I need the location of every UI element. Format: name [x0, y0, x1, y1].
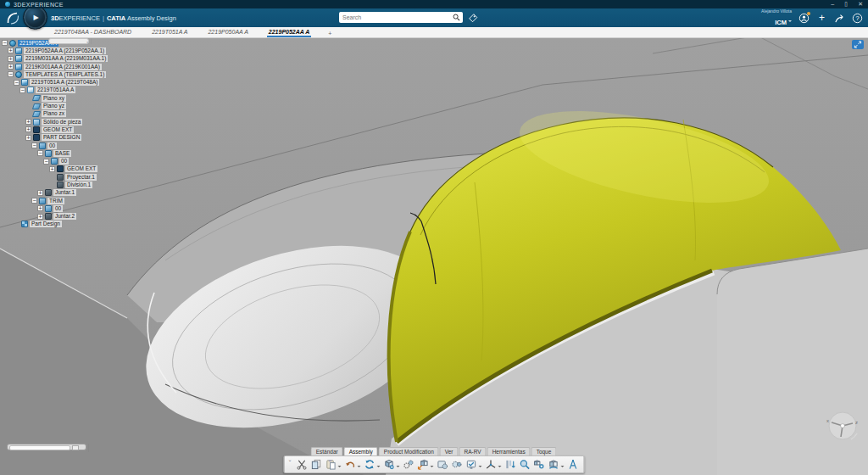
import-part-tool-button[interactable] [416, 457, 431, 472]
expand-icon[interactable]: + [25, 119, 31, 125]
search-icon[interactable] [453, 14, 460, 21]
tree-node-label[interactable]: Plano zx [42, 110, 66, 117]
insert-component-tool-button[interactable] [382, 457, 397, 472]
tree-node[interactable]: +00 [2, 204, 108, 212]
expand-icon[interactable]: + [25, 135, 31, 141]
collapse-icon[interactable]: − [31, 198, 37, 204]
actionbar-tab[interactable]: Product Modification [379, 447, 439, 455]
paste-tool-button[interactable] [324, 457, 338, 472]
tree-node[interactable]: −BASE [2, 149, 108, 157]
tree-node[interactable]: −2219T051A A (2219T048A) [2, 78, 108, 86]
hide-show-tool-button[interactable] [547, 457, 561, 472]
3d-compass-sphere[interactable]: ▶ [23, 5, 47, 30]
update-dropdown-caret[interactable] [377, 466, 381, 469]
tree-node[interactable]: +Juntar.2 [2, 213, 108, 221]
collapse-icon[interactable]: − [8, 71, 14, 77]
tree-node-label[interactable]: 00 [59, 158, 69, 165]
actionbar-tab[interactable]: Assembly [344, 447, 378, 455]
tree-node-label[interactable]: Plano xy [42, 95, 66, 102]
close-button[interactable]: ✕ [858, 0, 863, 8]
paste-dropdown-caret[interactable] [338, 466, 342, 469]
document-tab[interactable]: 2219P050AA A [206, 27, 249, 37]
dassault-compass-icon[interactable] [6, 11, 20, 25]
search-input[interactable] [339, 14, 453, 20]
measure-tool-button[interactable] [566, 457, 581, 472]
document-tab[interactable]: 2219T051A A [150, 27, 189, 37]
tree-node-label[interactable]: Sólido de pieza [42, 119, 82, 126]
tree-node-label[interactable]: 2219M031AA A (2219M031AA.1) [24, 55, 108, 62]
expand-view-button[interactable] [852, 40, 864, 49]
collapse-icon[interactable]: − [19, 87, 25, 93]
tree-node-label[interactable]: 2219T051A A (2219T048A) [30, 79, 99, 86]
columns-filter-tool-button[interactable] [504, 457, 518, 472]
expand-icon[interactable]: + [8, 56, 14, 62]
update-tool-button[interactable] [363, 457, 377, 472]
tree-node-label[interactable]: 2219T051AA A [36, 87, 75, 93]
tree-node[interactable]: +2219K001AA A (2219K001AA) [2, 63, 108, 70]
tree-node[interactable]: Proyectar.1 [2, 173, 108, 181]
collapse-icon[interactable]: − [43, 159, 49, 165]
tree-node[interactable]: +GEOM EXT [2, 165, 108, 173]
expand-icon[interactable]: + [37, 205, 43, 211]
help-button[interactable]: ? [852, 13, 863, 24]
tree-node-label[interactable]: 00 [53, 205, 63, 212]
insert-component-dropdown-caret[interactable] [397, 466, 400, 469]
tree-node-label[interactable]: Juntar.2 [53, 213, 76, 220]
expand-icon[interactable]: + [37, 214, 43, 220]
design-review-tool-button[interactable] [465, 457, 479, 472]
view-modes-tool-button[interactable] [532, 457, 547, 472]
3d-viewport[interactable]: x z −2219P052AA A+2219P052AA A (2219P052… [0, 38, 868, 475]
document-tab[interactable]: 2219P052AA A [267, 27, 312, 37]
tree-node[interactable]: −00 [2, 142, 108, 149]
tree-node[interactable]: −2219T051AA A [2, 87, 108, 94]
tree-node[interactable]: +PART DESIGN [2, 134, 108, 142]
new-tab-button[interactable]: + [328, 31, 331, 37]
undo-tool-button[interactable] [343, 457, 358, 472]
slider-handle[interactable] [9, 445, 70, 450]
tree-node-label[interactable]: Plano yz [42, 103, 66, 109]
kinematics-tool-button[interactable] [450, 457, 465, 472]
share-button[interactable] [834, 13, 845, 24]
expand-icon[interactable]: + [49, 166, 55, 172]
expand-icon[interactable]: + [8, 48, 14, 53]
tree-node-label[interactable]: TEMPLATES A (TEMPLATES.1) [24, 71, 106, 78]
tree-node-label[interactable]: GEOM EXT [65, 165, 97, 172]
tree-node[interactable]: −TEMPLATES A (TEMPLATES.1) [2, 70, 108, 78]
robot-axes-dropdown-caret[interactable] [498, 466, 502, 469]
scroll-grip[interactable] [91, 38, 92, 44]
search-box[interactable] [339, 12, 463, 23]
toolbar-overflow-icon[interactable]: ⌄ [287, 457, 292, 462]
minimize-button[interactable]: – [831, 0, 834, 8]
maximize-button[interactable]: ▯ [844, 0, 848, 8]
collapse-icon[interactable]: − [37, 150, 43, 156]
tree-node-label[interactable]: GEOM EXT [42, 126, 74, 133]
tree-node[interactable]: División.1 [2, 181, 108, 188]
tree-node[interactable]: −TRIM [2, 197, 108, 204]
actionbar-tab[interactable]: Herramientas [487, 447, 531, 455]
tree-node[interactable]: +GEOM EXT [2, 126, 108, 133]
design-review-dropdown-caret[interactable] [479, 466, 482, 469]
tree-node-label[interactable]: Proyectar.1 [65, 174, 97, 181]
tree-node[interactable]: Plano yz [2, 102, 108, 109]
tree-node-label[interactable]: TRIM [47, 198, 64, 204]
tree-node-label[interactable]: 2219P052AA A (2219P052AA.1) [24, 48, 106, 54]
undo-dropdown-caret[interactable] [358, 466, 361, 469]
actionbar-tab[interactable]: Toque [531, 447, 557, 455]
user-block[interactable]: Alejandro Villota ICM [761, 9, 792, 27]
document-tab[interactable]: 2219T048AA - DASHBOARD [53, 27, 133, 37]
actionbar-tab[interactable]: RA-RV [459, 447, 487, 455]
copy-tool-button[interactable] [309, 457, 324, 472]
smart-assembly-tool-button[interactable] [402, 457, 416, 472]
profile-notifications-button[interactable] [798, 13, 810, 24]
slider-notch[interactable] [72, 445, 79, 450]
tree-node[interactable]: Plano zx [2, 110, 108, 118]
mechanism-tool-button[interactable] [436, 457, 450, 472]
hide-show-dropdown-caret[interactable] [561, 466, 565, 469]
tree-node[interactable]: +Juntar.1 [2, 189, 108, 197]
tree-node[interactable]: −00 [2, 157, 108, 165]
tree-node[interactable]: +2219P052AA A (2219P052AA.1) [2, 47, 108, 54]
tree-node-label[interactable]: 00 [47, 142, 57, 149]
tree-zoom-slider[interactable] [7, 444, 86, 450]
collapse-icon[interactable]: − [31, 142, 37, 148]
add-content-button[interactable]: + [816, 13, 827, 24]
